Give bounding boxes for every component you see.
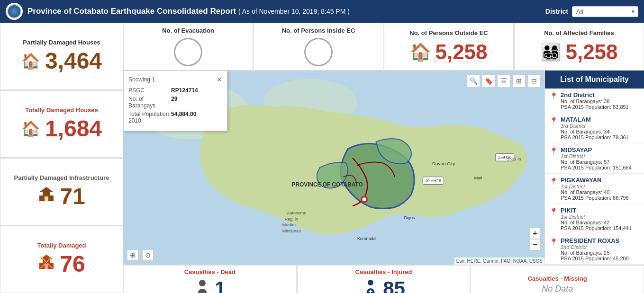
totally-damaged-houses-title: Totally Damaged Houses [6,107,117,114]
municipality-population: PSA 2015 Population: 45,200 [561,256,629,261]
content-area: PROVINCE OF COTABATO Davao City Mati Dig… [123,71,644,265]
casualties-dead-number: 1 [215,277,226,293]
casualties-dead-card: Casualties - Dead 1 [123,265,297,293]
district-select[interactable]: All 1st District 2nd District 3rd Distri… [572,6,638,17]
svg-text:Mati: Mati [474,176,482,180]
persons-outside-value-row: 🏠 5,258 [410,40,487,64]
pan-button[interactable]: ⊕ [127,249,138,261]
list-item[interactable]: 📍 MIDSAYAP 1st District No. of Barangays… [545,143,644,174]
persons-inside-icon [304,38,333,66]
municipality-barangays: No. of Barangays: 57 [561,159,632,165]
municipality-name: PIGKAWAYAN [561,177,629,184]
svg-point-33 [368,280,373,285]
list-item[interactable]: 📍 2nd District No. of Barangays: 38 PSA … [545,89,644,113]
municipality-content: PIKIT 1st District No. of Barangays: 42 … [561,207,632,231]
municipality-name: 2nd District [561,91,629,98]
popup-title: Showing 1 [128,76,155,83]
totally-damaged-number: 76 [60,251,85,277]
popup-population-label: Total Population 2010 [128,111,171,124]
popup-population-value: 54,884.00 [171,111,196,124]
svg-rect-3 [45,196,48,201]
injured-person-icon [362,278,379,293]
zoom-out-button[interactable]: − [529,239,541,250]
list-item[interactable]: 📍 PIKIT 1st District No. of Barangays: 4… [545,204,644,234]
map-container[interactable]: PROVINCE OF COTABATO Davao City Mati Dig… [123,71,544,265]
close-icon[interactable]: ✕ [217,76,222,83]
grid-icon[interactable]: ⊟ [527,74,541,88]
affected-families-icon: 👨‍👩‍👧‍👦 [540,42,562,62]
municipality-district: 2nd District [561,244,629,250]
svg-rect-9 [45,264,48,269]
popup-barangays-value: 29 [171,96,177,109]
list-item[interactable]: 📍 MATALAM 3rd District No. of Barangays:… [545,113,644,143]
svg-text:Autonomo: Autonomo [287,211,307,215]
persons-outside-number: 5,258 [435,40,487,64]
page-title: Province of Cotabato Earthquake Consolid… [27,7,545,16]
partially-damaged-infra-number: 71 [60,183,85,209]
search-icon[interactable]: 🔍 [467,74,480,88]
casualties-injured-value-row: 85 [362,277,405,293]
location-pin-icon: 📍 [550,238,558,246]
dead-person-icon [194,278,211,293]
svg-text:Muslim: Muslim [282,222,296,227]
svg-marker-2 [40,187,53,192]
municipality-content: MATALAM 3rd District No. of Barangays: 3… [561,116,629,140]
list-item[interactable]: 📍 PRESIDENT ROXAS 2nd District No. of Ba… [545,234,644,265]
persons-inside-card: No. of Persons Inside EC [254,23,383,71]
municipality-district: 1st District [561,153,632,159]
map-pan-controls: ⊕ ⊙ [127,249,154,261]
popup-psgc-label: PSGC [128,87,171,94]
casualties-injured-title: Casualties - Injured [355,268,412,275]
popup-psgc-row: PSGC RP124714 [128,87,222,94]
svg-rect-4 [41,192,41,195]
district-select-wrapper[interactable]: All 1st District 2nd District 3rd Distri… [572,6,638,17]
location-pin-icon: 📍 [550,208,558,215]
totally-damaged-houses-value-row: 🏠 1,684 [6,115,117,142]
casualties-injured-card: Casualties - Injured 85 [297,265,471,293]
popup-psgc-value: RP124714 [171,87,198,94]
municipality-name: PIKIT [561,207,632,214]
zoom-reset-button[interactable]: ⊙ [142,249,154,261]
location-pin-icon: 📍 [550,92,558,100]
persons-outside-card: No. of Persons Outside EC 🏠 5,258 [384,23,514,71]
damaged-house-icon: 🏠 [21,120,40,138]
location-pin-icon: 📍 [550,117,558,124]
partially-damaged-infra-title: Partially Damaged Infrastructure [6,174,117,181]
casualties-dead-value-row: 1 [194,277,226,293]
bookmark-icon[interactable]: 🔖 [482,74,495,88]
list-icon[interactable]: ☰ [497,74,510,88]
casualties-missing-title: Casualties - Missing [528,275,587,282]
evacuation-icon [174,38,202,66]
layers-icon[interactable]: ⊞ [512,74,526,88]
svg-text:2661 m: 2661 m [507,157,521,161]
municipality-content: PIGKAWAYAN 1st District No. of Barangays… [561,177,629,201]
partially-damaged-houses-title: Partially Damaged Houses [6,39,117,46]
location-pin-icon: 📍 [550,147,558,155]
municipality-name: MATALAM [561,116,629,123]
svg-text:10 AH26: 10 AH26 [425,178,441,183]
right-panel-title: List of Municipality [545,71,644,89]
svg-point-31 [363,197,366,201]
svg-text:Koronadal: Koronadal [357,236,376,241]
persons-outside-icon: 🏠 [410,42,431,62]
list-item[interactable]: 📍 PIGKAWAYAN 1st District No. of Baranga… [545,174,644,204]
bottom-stats-row: Casualties - Dead 1 Casualties - Injured [123,265,644,293]
municipality-population: PSA 2015 Population: 151,684 [561,165,632,170]
totally-damaged-card: Totally Damaged 76 [0,226,123,293]
municipality-district: 1st District [561,214,632,220]
casualties-missing-card: Casualties - Missing No Data [471,265,644,293]
municipality-content: MIDSAYAP 1st District No. of Barangays: … [561,146,632,170]
logo [6,3,23,20]
municipality-population: PSA 2015 Population: 79,361 [561,134,629,140]
affected-families-number: 5,258 [565,40,617,64]
svg-text:Digos: Digos [404,215,415,220]
evacuation-title: No. of Evacuation [162,27,214,34]
municipality-barangays: No. of Barangays: 34 [561,129,629,134]
municipality-name: PRESIDENT ROXAS [561,237,629,244]
totally-damaged-icon [38,254,55,274]
svg-rect-5 [52,192,52,195]
evacuation-card: No. of Evacuation [123,23,253,71]
popup-barangays-row: No. of Barangays 29 [128,96,222,109]
zoom-in-button[interactable]: + [529,228,541,239]
municipality-barangays: No. of Barangays: 38 [561,98,629,104]
